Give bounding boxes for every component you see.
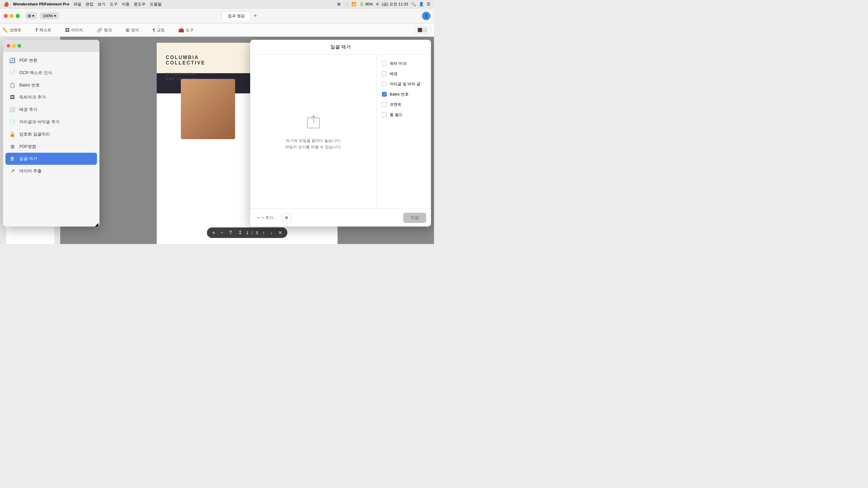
header-footer-checkbox[interactable] bbox=[382, 82, 387, 87]
text-tool[interactable]: T 텍스트 bbox=[33, 26, 54, 34]
watermark-checkbox[interactable] bbox=[382, 61, 387, 66]
spotlight-icon[interactable]: 🔍 bbox=[411, 2, 416, 6]
menu-item-bates[interactable]: 📋 Bates 번호 bbox=[3, 79, 99, 91]
user-icon[interactable]: 👤 bbox=[419, 2, 424, 6]
minimize-button[interactable] bbox=[10, 14, 14, 18]
menu-edit[interactable]: 편집 bbox=[86, 1, 93, 7]
zoom-in-button[interactable]: + bbox=[211, 230, 216, 236]
apple-logo-icon[interactable]: 🍎 bbox=[4, 2, 9, 7]
panel-header bbox=[3, 40, 99, 52]
background-checkbox[interactable] bbox=[382, 71, 387, 76]
menu-help[interactable]: 도움말 bbox=[150, 1, 161, 7]
check-comment[interactable]: 코멘트 bbox=[382, 102, 426, 107]
check-header-footer[interactable]: 머리글 및 바닥 글 bbox=[382, 82, 426, 87]
wifi-icon[interactable]: 📶 bbox=[351, 2, 356, 6]
maximize-button[interactable] bbox=[16, 14, 20, 18]
menu-item-encrypt[interactable]: 🔒 암호화 일괄처리 bbox=[3, 128, 99, 140]
correct-tool[interactable]: ¶ 교정 bbox=[150, 26, 167, 34]
comment-tool[interactable]: ✏️ 코멘트 bbox=[0, 26, 24, 34]
image-icon: 🖼 bbox=[65, 27, 70, 33]
menu-item-pdf-convert[interactable]: 🔄 PDF 변환 bbox=[3, 54, 99, 67]
close-button[interactable] bbox=[4, 14, 8, 18]
form-field-checkbox[interactable] bbox=[382, 112, 387, 117]
battery-icon[interactable]: 🔋 90% bbox=[359, 2, 373, 6]
menu-tools[interactable]: 도구 bbox=[110, 1, 118, 7]
input-method-icon[interactable]: A bbox=[376, 2, 379, 6]
document-tab[interactable]: 집과 영감 bbox=[221, 11, 251, 21]
image-tool[interactable]: 🖼 이미지 bbox=[63, 26, 85, 34]
menu-window[interactable]: 윈도우 bbox=[134, 1, 146, 7]
menu-item-ocr[interactable]: 📄 OCR 텍스트 인식 bbox=[3, 67, 99, 79]
text-icon: T bbox=[35, 28, 38, 33]
apply-button[interactable]: 적용 bbox=[403, 213, 426, 223]
check-watermark[interactable]: 워터 마크 bbox=[382, 61, 426, 66]
panel-close-button[interactable] bbox=[7, 44, 10, 47]
editing-toolbar: ✏️ 코멘트 T 텍스트 🖼 이미지 🔗 링크 ⊞ 양식 ¶ 교정 🧰 도구 ⬛… bbox=[0, 24, 434, 37]
menu-bar: 🍎 Wondershare PDFelement Pro 파일 편집 보기 도구… bbox=[0, 0, 434, 8]
fit-width-button[interactable]: ⤒ bbox=[227, 229, 234, 236]
total-pages: 5 bbox=[256, 230, 258, 235]
user-avatar[interactable]: 👤 bbox=[422, 12, 430, 20]
tools-tool[interactable]: 🧰 도구 bbox=[176, 26, 196, 34]
fit-page-button[interactable]: ↧ bbox=[237, 229, 243, 236]
view-toggle-chevron: ▾ bbox=[32, 13, 34, 18]
view-toggle-button[interactable]: ⊞ ▾ bbox=[25, 12, 37, 19]
menu-item-data-extract[interactable]: ↗ 데이터 추출 bbox=[3, 165, 99, 177]
order-button[interactable]: ≡ bbox=[282, 214, 291, 222]
encrypt-icon: 🔒 bbox=[9, 131, 16, 137]
menu-item-watermark-add[interactable]: 🖼 워트마크 추가 bbox=[3, 91, 99, 103]
sidebar-toggle-button[interactable]: ⬛⬜ bbox=[414, 26, 431, 34]
drop-zone-text: 여기에 파일을 끌어다 놓습니다. 파일의 순서를 바꿀 수 있습니다. bbox=[285, 138, 341, 150]
zoom-out-button[interactable]: − bbox=[219, 230, 224, 236]
menu-items-list: 🔄 PDF 변환 📄 OCR 텍스트 인식 📋 Bates 번호 🖼 워트마크 … bbox=[3, 52, 99, 180]
link-tool[interactable]: 🔗 링크 bbox=[94, 26, 114, 34]
drop-icon bbox=[304, 113, 322, 134]
menu-item-batch-remove[interactable]: 🗑 일괄 제거 bbox=[5, 153, 97, 165]
correct-icon: ¶ bbox=[153, 27, 155, 33]
link-icon: 🔗 bbox=[97, 27, 102, 33]
menu-go[interactable]: 이동 bbox=[122, 1, 130, 7]
background-add-icon: ⬜ bbox=[9, 107, 16, 112]
drop-zone[interactable]: 여기에 파일을 끌어다 놓습니다. 파일의 순서를 바꿀 수 있습니다. bbox=[250, 55, 377, 208]
app-toolbar: ⊞ ▾ 100% ▾ 집과 영감 + 👤 bbox=[0, 8, 434, 24]
footer-left-controls: + + 추가... ≡ bbox=[255, 214, 291, 222]
current-page-number: 1 bbox=[246, 230, 249, 235]
rotate-cw-button[interactable]: ↑ bbox=[261, 230, 266, 236]
zoom-control[interactable]: 100% ▾ bbox=[40, 12, 59, 19]
panel-minimize-button[interactable] bbox=[12, 44, 16, 47]
comment-checkbox[interactable] bbox=[382, 102, 387, 107]
menu-bar-right: ⊞ ⬜ 📶 🔋 90% A (금) 오전 11:33 🔍 👤 ☰ bbox=[337, 1, 430, 7]
page-separator: / bbox=[252, 230, 253, 235]
panel-resize-handle[interactable]: ◢ bbox=[95, 222, 99, 227]
app-window: ⊞ ▾ 100% ▾ 집과 영감 + 👤 ✏️ 코멘트 T 텍스트 🖼 이미지 … bbox=[0, 8, 434, 244]
menu-item-header-footer[interactable]: 📄 머리글과 바닥글 추가 bbox=[3, 116, 99, 128]
data-extract-icon: ↗ bbox=[9, 168, 16, 174]
style-tool[interactable]: ⊞ 양식 bbox=[123, 26, 141, 34]
menu-view[interactable]: 보기 bbox=[98, 1, 105, 7]
view-toggle-icon: ⊞ bbox=[28, 13, 31, 18]
watermark-add-icon: 🖼 bbox=[9, 95, 16, 100]
bates-checkbox[interactable]: ✓ bbox=[382, 92, 387, 97]
traffic-lights bbox=[4, 14, 20, 18]
batch-remove-icon: 🗑 bbox=[9, 156, 16, 161]
panel-maximize-button[interactable] bbox=[18, 44, 21, 47]
style-icon: ⊞ bbox=[126, 27, 130, 33]
check-form-field[interactable]: 폼 필드 bbox=[382, 112, 426, 118]
menu-file[interactable]: 파일 bbox=[73, 1, 82, 7]
screen-mirror-icon[interactable]: ⬜ bbox=[344, 2, 348, 6]
options-panel-body: 여기에 파일을 끌어다 놓습니다. 파일의 순서를 바꿀 수 있습니다. 워터 … bbox=[250, 55, 431, 208]
close-nav-button[interactable]: ✕ bbox=[277, 229, 283, 236]
check-bates[interactable]: ✓ Bates 번호 bbox=[382, 92, 426, 97]
check-background[interactable]: 배경 bbox=[382, 71, 426, 76]
main-content: COLUMBIACOLLECTIVE 1 Table of Contents 2… bbox=[0, 37, 434, 244]
menu-item-background-add[interactable]: ⬜ 배경 추가 bbox=[3, 103, 99, 116]
add-files-button[interactable]: + + 추가... bbox=[255, 214, 279, 222]
clock: (금) 오전 11:33 bbox=[382, 1, 408, 7]
rotate-ccw-button[interactable]: ↓ bbox=[269, 230, 274, 236]
add-tab-button[interactable]: + bbox=[251, 12, 259, 19]
comment-icon: ✏️ bbox=[2, 27, 8, 33]
menu-item-pdf-merge[interactable]: ⊞ PDF병합 bbox=[3, 140, 99, 153]
control-center-icon[interactable]: ⊞ bbox=[337, 2, 341, 6]
batch-remove-options-panel: 일괄 제거 여기에 파일을 끌어다 놓습니다. bbox=[250, 40, 431, 227]
menu-extras-icon[interactable]: ☰ bbox=[427, 2, 430, 6]
